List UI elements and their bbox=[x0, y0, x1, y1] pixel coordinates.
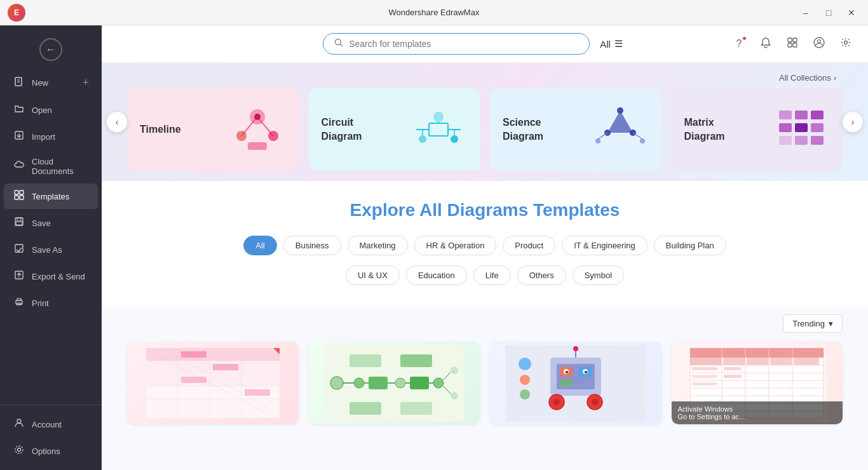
carousel-items: Timeline bbox=[127, 88, 843, 171]
filter-education[interactable]: Education bbox=[406, 265, 467, 285]
sidebar-top: ← New + Open bbox=[0, 30, 102, 405]
carousel-card-circuit[interactable]: CircuitDiagram bbox=[309, 88, 480, 171]
svg-point-18 bbox=[18, 448, 21, 452]
svg-rect-38 bbox=[429, 123, 448, 136]
user-avatar-icon bbox=[813, 37, 825, 51]
sidebar-item-templates[interactable]: Templates bbox=[4, 184, 98, 209]
svg-point-28 bbox=[844, 41, 847, 44]
svg-rect-96 bbox=[400, 402, 432, 415]
bell-icon bbox=[760, 37, 771, 51]
filter-it[interactable]: IT & Engineering bbox=[562, 236, 648, 255]
search-input[interactable] bbox=[349, 39, 579, 49]
svg-rect-8 bbox=[20, 196, 24, 199]
filter-business[interactable]: Business bbox=[283, 236, 341, 255]
sidebar-item-export[interactable]: Export & Send bbox=[4, 264, 98, 289]
filter-life[interactable]: Life bbox=[473, 265, 511, 285]
template-img-3 bbox=[490, 342, 661, 424]
svg-rect-118 bbox=[690, 348, 824, 358]
sidebar-item-new[interactable]: New + bbox=[4, 70, 98, 96]
filter-all[interactable]: All bbox=[243, 236, 276, 255]
science-label: ScienceDiagram bbox=[503, 116, 543, 144]
carousel-card-timeline[interactable]: Timeline bbox=[127, 88, 299, 171]
apps-icon bbox=[787, 37, 798, 51]
svg-rect-139 bbox=[724, 375, 742, 378]
menu-icon: ☰ bbox=[614, 38, 623, 50]
all-collections-link[interactable]: All Collections › bbox=[779, 73, 836, 83]
sidebar-item-options[interactable]: Options bbox=[4, 438, 98, 464]
circuit-illustration bbox=[410, 101, 467, 158]
filter-hr[interactable]: HR & Operation bbox=[414, 236, 497, 255]
carousel-prev-button[interactable]: ‹ bbox=[107, 112, 127, 132]
template-card-4[interactable]: Activate Windows Go to Settings to ac... bbox=[672, 342, 843, 424]
explore-title: Explore All Diagrams Templates bbox=[127, 200, 843, 220]
template-card-1[interactable] bbox=[127, 342, 299, 424]
sidebar-item-cloud[interactable]: Cloud Documents bbox=[4, 151, 98, 182]
minimize-button[interactable]: – bbox=[797, 4, 815, 22]
carousel-next-button[interactable]: › bbox=[843, 112, 863, 132]
svg-rect-24 bbox=[788, 43, 792, 47]
svg-line-33 bbox=[241, 117, 257, 136]
sidebar-item-account-label: Account bbox=[32, 420, 62, 429]
all-label: All bbox=[600, 39, 611, 50]
user-profile-button[interactable] bbox=[810, 34, 829, 53]
search-icon bbox=[334, 37, 344, 50]
matrix-label: MatrixDiagram bbox=[684, 116, 725, 144]
saveas-icon bbox=[13, 243, 25, 256]
svg-point-114 bbox=[520, 375, 530, 385]
svg-rect-93 bbox=[349, 354, 381, 367]
svg-point-84 bbox=[451, 366, 458, 374]
svg-point-115 bbox=[520, 389, 530, 399]
filter-building[interactable]: Building Plan bbox=[654, 236, 726, 255]
activate-windows-overlay: Activate Windows Go to Settings to ac... bbox=[672, 401, 843, 424]
svg-point-20 bbox=[336, 39, 341, 45]
template-img-1 bbox=[127, 342, 299, 424]
svg-rect-136 bbox=[692, 375, 717, 378]
filter-ui[interactable]: UI & UX bbox=[346, 265, 400, 285]
svg-rect-23 bbox=[793, 38, 797, 42]
svg-rect-10 bbox=[17, 218, 21, 221]
template-card-3[interactable] bbox=[490, 342, 661, 424]
svg-point-40 bbox=[419, 135, 426, 143]
back-button[interactable]: ← bbox=[39, 38, 62, 61]
sidebar-item-saveas[interactable]: Save As bbox=[4, 237, 98, 262]
content-scroll[interactable]: All Collections › ‹ Timeline bbox=[102, 63, 868, 470]
svg-rect-59 bbox=[811, 136, 824, 145]
svg-line-21 bbox=[341, 44, 343, 47]
carousel-section: All Collections › ‹ Timeline bbox=[102, 63, 868, 181]
maximize-button[interactable]: □ bbox=[820, 4, 837, 22]
sidebar-item-account[interactable]: Account bbox=[4, 412, 98, 437]
close-button[interactable]: ✕ bbox=[843, 4, 860, 22]
settings-button[interactable] bbox=[836, 34, 855, 53]
svg-rect-57 bbox=[779, 136, 792, 145]
chevron-left-icon: ‹ bbox=[116, 117, 119, 127]
notifications-button[interactable] bbox=[756, 34, 775, 53]
filter-marketing[interactable]: Marketing bbox=[348, 236, 408, 255]
search-wrapper[interactable] bbox=[323, 33, 590, 55]
sort-dropdown[interactable]: Trending ▾ bbox=[783, 314, 843, 333]
carousel-card-science[interactable]: ScienceDiagram bbox=[490, 88, 661, 171]
sidebar-item-print[interactable]: Print bbox=[4, 290, 98, 316]
svg-rect-122 bbox=[770, 358, 792, 365]
carousel-card-matrix[interactable]: MatrixDiagram bbox=[672, 88, 843, 171]
template-card-2[interactable] bbox=[309, 342, 480, 424]
sidebar-item-save[interactable]: Save bbox=[4, 210, 98, 236]
svg-point-102 bbox=[553, 399, 560, 405]
svg-point-79 bbox=[354, 378, 364, 388]
svg-rect-119 bbox=[690, 358, 722, 365]
sidebar-item-export-label: Export & Send bbox=[32, 272, 85, 281]
svg-point-19 bbox=[15, 446, 23, 453]
sidebar-item-import[interactable]: Import bbox=[4, 124, 98, 149]
all-menu-button[interactable]: All ☰ bbox=[600, 38, 623, 50]
filter-others[interactable]: Others bbox=[517, 265, 566, 285]
filter-product[interactable]: Product bbox=[503, 236, 555, 255]
help-button[interactable]: ? bbox=[729, 34, 749, 53]
apps-button[interactable] bbox=[783, 34, 802, 53]
sidebar-item-save-label: Save bbox=[32, 218, 51, 228]
filter-symbol[interactable]: Symbol bbox=[573, 265, 624, 285]
svg-point-27 bbox=[817, 40, 820, 43]
svg-rect-35 bbox=[248, 142, 267, 150]
svg-rect-135 bbox=[692, 367, 717, 370]
svg-rect-25 bbox=[793, 43, 797, 47]
svg-rect-22 bbox=[788, 38, 792, 42]
sidebar-item-open[interactable]: Open bbox=[4, 97, 98, 123]
